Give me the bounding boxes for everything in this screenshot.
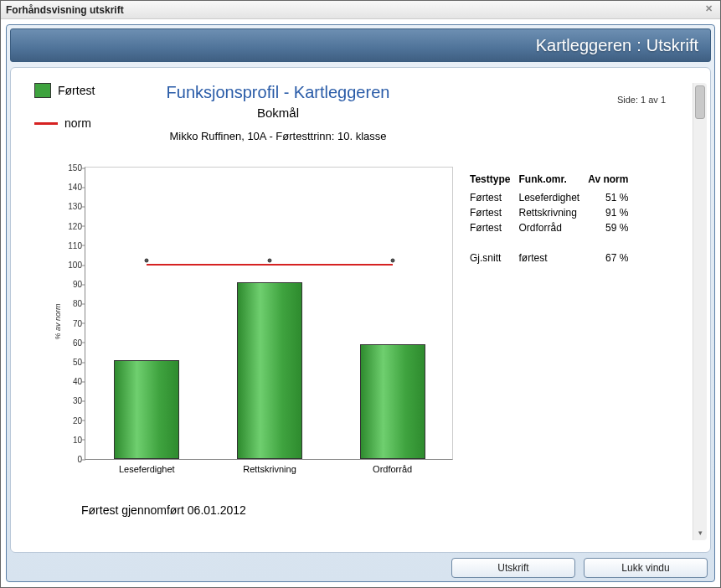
chart-meta: Mikko Ruffinen, 10A - Førtesttrinn: 10. … <box>85 130 471 142</box>
legend-series-label: Førtest <box>58 84 95 97</box>
banner-separator: : <box>636 36 641 55</box>
x-category-label: Ordforråd <box>342 464 443 474</box>
legend-series: Førtest <box>34 83 95 98</box>
y-tick: 60 <box>62 338 82 347</box>
norm-line <box>147 264 392 266</box>
button-row: Utskrift Lukk vindu <box>10 558 711 578</box>
preview-panel: Side: 1 av 1 Førtest norm Funksjonsprofi… <box>10 67 711 553</box>
norm-marker <box>268 259 272 263</box>
banner-section: Utskrift <box>646 36 698 55</box>
page-indicator: Side: 1 av 1 <box>617 95 666 105</box>
x-category-label: Leseferdighet <box>96 464 197 474</box>
y-tick: 40 <box>62 377 82 386</box>
y-tick: 110 <box>62 240 82 250</box>
chart-area: % av norm 010203040506070809010011012013… <box>59 167 453 477</box>
preview-page: Side: 1 av 1 Førtest norm Funksjonsprofi… <box>34 83 689 540</box>
window-titlebar: Forhåndsvisning utskrift ✕ <box>1 1 720 19</box>
scrollbar[interactable]: ▾ <box>693 83 707 540</box>
chart-titles: Funksjonsprofil - Kartleggeren Bokmål Mi… <box>85 83 471 142</box>
y-tick: 100 <box>62 260 82 270</box>
y-tick: 20 <box>62 415 82 425</box>
y-tick: 90 <box>62 280 82 289</box>
x-category-label: Rettskrivning <box>219 464 320 474</box>
summary-table: Testtype Funk.omr. Av norm FørtestLesefe… <box>470 172 628 266</box>
bar <box>114 360 179 459</box>
y-tick: 150 <box>62 163 82 173</box>
scrollbar-thumb[interactable] <box>695 85 705 119</box>
app-banner: Kartleggeren : Utskrift <box>10 28 711 62</box>
window-title: Forhåndsvisning utskrift <box>6 4 124 16</box>
close-window-button[interactable]: Lukk vindu <box>584 558 708 578</box>
legend-norm-label: norm <box>64 116 91 130</box>
y-tick: 0 <box>62 455 82 464</box>
table-row: FørtestLeseferdighet51 % <box>470 190 628 205</box>
close-icon[interactable]: ✕ <box>702 3 715 17</box>
legend-norm: norm <box>34 116 95 130</box>
print-button[interactable]: Utskrift <box>451 558 575 578</box>
y-axis-label: % av norm <box>54 303 62 339</box>
legend-swatch-icon <box>34 83 51 98</box>
bar <box>360 344 425 459</box>
y-tick: 120 <box>62 221 82 230</box>
bar <box>237 282 302 459</box>
legend-line-icon <box>34 122 58 125</box>
chart-subtitle: Bokmål <box>85 106 471 120</box>
legend: Førtest norm <box>34 83 95 148</box>
outer-frame: Kartleggeren : Utskrift Side: 1 av 1 Før… <box>6 24 715 582</box>
table-summary-row: Gj.snittførtest67 % <box>470 235 628 266</box>
th-testtype: Testtype <box>470 172 518 190</box>
y-tick: 80 <box>62 299 82 308</box>
y-tick: 70 <box>62 318 82 328</box>
y-tick: 30 <box>62 396 82 405</box>
norm-marker <box>390 259 394 263</box>
table-row: FørtestRettskrivning91 % <box>470 205 628 220</box>
chart-title: Funksjonsprofil - Kartleggeren <box>85 83 471 102</box>
norm-marker <box>145 259 149 263</box>
th-avnorm: Av norm <box>588 172 628 190</box>
y-tick: 140 <box>62 183 82 192</box>
plot: 0102030405060708090100110120130140150Les… <box>85 167 453 460</box>
banner-app: Kartleggeren <box>536 36 632 55</box>
y-tick: 130 <box>62 202 82 211</box>
table-row: FørtestOrdforråd59 % <box>470 220 628 235</box>
y-tick: 50 <box>62 358 82 367</box>
scrollbar-down-icon[interactable]: ▾ <box>693 527 707 539</box>
th-funkomr: Funk.omr. <box>518 172 588 190</box>
y-tick: 10 <box>62 435 82 444</box>
footer-note: Førtest gjennomført 06.01.2012 <box>81 503 246 517</box>
